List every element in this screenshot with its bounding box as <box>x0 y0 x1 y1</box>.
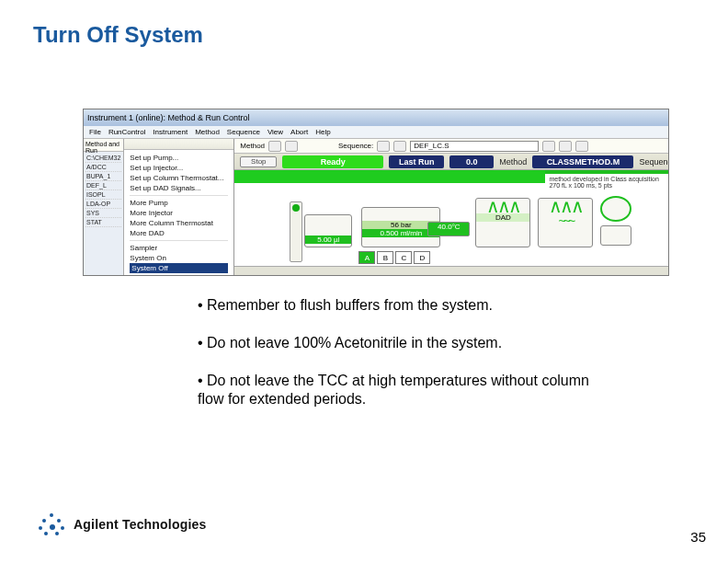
page-number: 35 <box>690 529 706 545</box>
main-area: Method Sequence: DEF_LC.S Stop Ready Las… <box>234 139 669 276</box>
info-card: method developed in Class acquisition 27… <box>545 170 669 196</box>
ctx-item[interactable]: Set up Injector... <box>130 163 228 173</box>
instrument-diagram: method developed in Class acquisition 27… <box>234 170 669 276</box>
toolbar-button[interactable] <box>393 141 406 152</box>
solvent-d-box[interactable]: D <box>414 251 430 264</box>
context-menu[interactable]: Set up Pump... Set up Injector... Set up… <box>124 139 234 276</box>
menu-view[interactable]: View <box>267 128 283 136</box>
last-run-pill: Last Run <box>389 155 444 168</box>
bullet-list: • Remember to flush buffers from the sys… <box>198 296 593 428</box>
ctx-item[interactable]: Sampler <box>130 243 228 253</box>
dad-module[interactable]: ∧∧∧ DAD <box>475 198 530 247</box>
last-run-value: 0.0 <box>449 155 494 168</box>
tree-item[interactable]: LDA-OP <box>85 200 121 209</box>
info-line1: method developed in Class acquisition <box>549 176 669 182</box>
tree-item[interactable]: A/DCC <box>85 163 121 172</box>
bullet-item: • Do not leave the TCC at high temperatu… <box>198 372 593 410</box>
toolbar-button[interactable] <box>377 141 390 152</box>
menu-instrument[interactable]: Instrument <box>153 128 188 136</box>
tcc-module[interactable]: 40.0°C <box>427 222 470 236</box>
solvent-c-box[interactable]: C <box>395 251 412 264</box>
menubar[interactable]: File RunControl Instrument Method Sequen… <box>84 126 668 139</box>
window-titlebar: Instrument 1 (online): Method & Run Cont… <box>84 109 668 126</box>
tree-item[interactable]: SYS <box>85 209 121 218</box>
tree-item[interactable]: ISOPL <box>85 190 121 200</box>
toolbar-button[interactable] <box>559 141 572 152</box>
peaks-icon: ∧∧∧ <box>539 199 592 213</box>
bullet-item: • Do not leave 100% Acetonitrile in the … <box>198 334 593 353</box>
tcc-temperature: 40.0°C <box>428 223 469 231</box>
solvent-b-box[interactable]: B <box>377 251 393 264</box>
nav-panel: Method and Run C:\CHEM32 A/DCC BUPA_1 DE… <box>84 139 124 276</box>
peaks-icon: ~~~ <box>539 213 592 228</box>
toolbar-button[interactable] <box>542 141 555 152</box>
toolbar: Method Sequence: DEF_LC.S <box>234 139 669 154</box>
fld-module[interactable]: ∧∧∧ ~~~ <box>538 198 593 247</box>
info-line2: 270 fL x 100 ms, 5 pts <box>549 182 669 189</box>
nav-tab[interactable]: Method and Run <box>84 139 123 152</box>
ctx-item[interactable]: More DAD <box>130 228 228 238</box>
ctx-item[interactable]: More Injector <box>130 208 228 218</box>
tree-item[interactable]: C:\CHEM32 <box>85 154 121 163</box>
run-status-bar: Stop Ready Last Run 0.0 Method CLASSMETH… <box>234 154 669 170</box>
ctx-item[interactable]: Set up DAD Signals... <box>130 183 228 193</box>
ready-pill: Ready <box>282 155 383 168</box>
menu-sequence[interactable]: Sequence <box>227 128 260 136</box>
embedded-screenshot: Instrument 1 (online): Method & Run Cont… <box>83 109 669 276</box>
sequence-dropdown[interactable]: DEF_LC.S <box>410 141 539 152</box>
method-label: Method <box>499 157 527 167</box>
method-label: Method <box>240 142 265 150</box>
tree-item[interactable]: DEF_L <box>85 181 121 190</box>
injection-volume: 5.00 µl <box>305 236 351 244</box>
menu-help[interactable]: Help <box>315 128 330 136</box>
menu-runcontrol[interactable]: RunControl <box>108 128 145 136</box>
method-tree[interactable]: C:\CHEM32 A/DCC BUPA_1 DEF_L ISOPL LDA-O… <box>84 152 123 229</box>
sample-carousel-icon <box>290 201 302 262</box>
autosampler-module[interactable]: 5.00 µl <box>304 214 352 247</box>
toolbar-button[interactable] <box>285 141 298 152</box>
menu-file[interactable]: File <box>89 128 101 136</box>
sequence-label: Sequence: <box>338 142 373 150</box>
ctx-item[interactable]: More Column Thermostat <box>130 218 228 228</box>
sequence-label: Sequence: <box>639 157 669 167</box>
tree-item[interactable]: BUPA_1 <box>85 172 121 181</box>
toolbar-button[interactable] <box>575 141 588 152</box>
window-title: Instrument 1 (online): Method & Run Cont… <box>87 113 250 122</box>
ctx-item-system-off[interactable]: System Off <box>130 263 228 273</box>
status-bar: Isocratic Pump Status <box>234 266 669 276</box>
aux-module-icon[interactable] <box>600 225 631 246</box>
aux-module-icon[interactable] <box>600 196 631 222</box>
stop-button[interactable]: Stop <box>240 156 277 167</box>
solvent-a-box[interactable]: A <box>358 251 375 264</box>
menu-method[interactable]: Method <box>195 128 220 136</box>
method-pill: CLASSMETHOD.M <box>532 155 633 168</box>
slide-title: Turn Off System <box>0 0 728 48</box>
ctx-item[interactable]: Set up Column Thermostat... <box>130 173 228 183</box>
solvent-channels: A B C D <box>358 251 430 264</box>
spark-icon <box>39 511 64 537</box>
toolbar-button[interactable] <box>268 141 281 152</box>
menu-abort[interactable]: Abort <box>290 128 308 136</box>
ctx-item[interactable]: System On <box>130 253 228 263</box>
ctx-item[interactable]: Set up Pump... <box>130 153 228 163</box>
bullet-item: • Remember to flush buffers from the sys… <box>198 296 593 316</box>
peaks-icon: ∧∧∧ <box>476 199 529 213</box>
tree-item[interactable]: STAT <box>85 218 121 227</box>
brand-text: Agilent Technologies <box>74 517 207 532</box>
brand-logo: Agilent Technologies <box>39 511 207 537</box>
ctx-item[interactable]: More Pump <box>130 198 228 208</box>
dad-label: DAD <box>476 213 529 222</box>
